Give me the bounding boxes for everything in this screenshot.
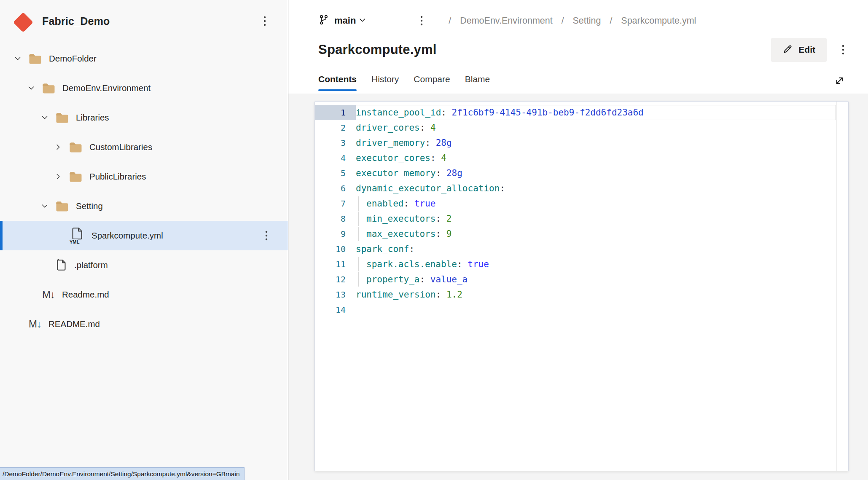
line-number[interactable]: 9: [315, 227, 356, 241]
code-line-13[interactable]: 13runtime_version: 1.2: [315, 287, 836, 302]
code-line-10[interactable]: 10spark_conf:: [315, 241, 836, 257]
file-tree: DemoFolderDemoEnv.EnvironmentLibrariesCu…: [0, 44, 288, 339]
code-line-text: property_a: value_a: [356, 272, 836, 287]
code-line-text: driver_cores: 4: [356, 121, 836, 135]
tree-item-publiclibraries[interactable]: PublicLibraries: [0, 162, 288, 191]
code-line-3[interactable]: 3driver_memory: 28g: [315, 135, 836, 150]
tree-item-more-icon[interactable]: [261, 229, 272, 242]
token-key: enabled: [366, 198, 404, 209]
breadcrumb-item-demoenv-environment[interactable]: DemoEnv.Environment: [460, 16, 552, 26]
token-key: dynamic_executor_allocation: [356, 183, 500, 193]
code-line-6[interactable]: 6dynamic_executor_allocation:: [315, 181, 836, 196]
token-key: spark.acls.enable: [366, 259, 457, 269]
indent-guide: [358, 257, 359, 271]
breadcrumb-item-setting[interactable]: Setting: [573, 16, 601, 26]
tab-contents[interactable]: Contents: [318, 74, 357, 91]
code-line-11[interactable]: 11spark.acls.enable: true: [315, 257, 836, 272]
token-default: :: [436, 290, 446, 300]
code-line-2[interactable]: 2driver_cores: 4: [315, 120, 836, 135]
tree-item-libraries[interactable]: Libraries: [0, 103, 288, 132]
tabs: ContentsHistoryCompareBlame: [318, 74, 490, 91]
tree-item-label: .platform: [74, 260, 108, 270]
token-default: :: [435, 214, 446, 224]
tree-item-label: Readme.md: [62, 290, 109, 300]
line-number[interactable]: 10: [315, 242, 356, 256]
token-number: 9: [446, 229, 452, 239]
line-number[interactable]: 2: [315, 121, 356, 135]
indent-guide: [358, 212, 359, 226]
line-number[interactable]: 11: [315, 257, 356, 271]
chevron-right-icon[interactable]: [53, 172, 63, 182]
indent-guide: [358, 272, 359, 287]
path-more-icon[interactable]: [416, 14, 427, 27]
breadcrumb-item-sparkcompute-yml[interactable]: Sparkcompute.yml: [621, 16, 696, 26]
tree-item-label: DemoEnv.Environment: [62, 83, 150, 93]
tab-blame[interactable]: Blame: [465, 74, 490, 91]
line-number[interactable]: 5: [315, 166, 356, 180]
tree-item-demoenv-environment[interactable]: DemoEnv.Environment: [0, 73, 288, 103]
line-number[interactable]: 4: [315, 151, 356, 165]
svg-text:YML: YML: [70, 239, 80, 244]
file-header: Sparkcompute.yml Edit: [288, 30, 868, 63]
token-string: 2f1c6bf9-4145-491b-beb9-f2dd6fd23a6d: [452, 107, 644, 118]
code-line-4[interactable]: 4executor_cores: 4: [315, 150, 836, 166]
chevron-down-icon[interactable]: [40, 113, 50, 123]
tree-item-customlibraries[interactable]: CustomLibraries: [0, 132, 288, 162]
main-panel: main /DemoEnv.Environment/Setting/Sparkc…: [288, 0, 868, 480]
line-number[interactable]: 7: [315, 196, 356, 211]
token-default: :: [419, 274, 430, 284]
content-canvas: 1instance_pool_id: 2f1c6bf9-4145-491b-be…: [288, 94, 868, 480]
tree-item-readme-md[interactable]: M↓Readme.md: [0, 280, 288, 309]
fullscreen-icon[interactable]: [834, 75, 845, 86]
token-key: spark_conf: [356, 244, 409, 254]
code-line-text: spark.acls.enable: true: [356, 257, 836, 271]
code-line-5[interactable]: 5executor_memory: 28g: [315, 166, 836, 181]
branch-selector[interactable]: main: [318, 14, 366, 27]
code-editor[interactable]: 1instance_pool_id: 2f1c6bf9-4145-491b-be…: [314, 101, 849, 471]
chevron-down-icon[interactable]: [26, 83, 36, 93]
file-more-icon[interactable]: [838, 43, 849, 56]
pencil-icon: [782, 44, 793, 56]
code-line-text: enabled: true: [356, 196, 836, 211]
line-number[interactable]: 3: [315, 136, 356, 150]
line-number[interactable]: 1: [315, 105, 356, 120]
token-number: 2: [446, 214, 452, 224]
token-boolean: true: [468, 259, 489, 269]
token-string: 28g: [446, 168, 462, 178]
chevron-down-icon[interactable]: [13, 54, 23, 64]
editor-scrollbar[interactable]: [836, 102, 848, 471]
code-line-8[interactable]: 8min_executors: 2: [315, 211, 836, 226]
chevron-down-icon[interactable]: [40, 201, 50, 211]
code-line-text: min_executors: 2: [356, 212, 836, 226]
tree-item-label: PublicLibraries: [89, 172, 146, 182]
tab-history[interactable]: History: [371, 74, 399, 91]
code-line-14[interactable]: 14: [315, 302, 836, 317]
code-line-1[interactable]: 1instance_pool_id: 2f1c6bf9-4145-491b-be…: [315, 105, 836, 120]
chevron-right-icon[interactable]: [53, 142, 63, 152]
tree-item-sparkcompute-yml[interactable]: YMLSparkcompute.yml: [0, 221, 288, 250]
repo-more-icon[interactable]: [259, 15, 270, 27]
token-key: driver_memory: [356, 138, 425, 148]
token-key: property_a: [366, 274, 419, 284]
tree-item-demofolder[interactable]: DemoFolder: [0, 44, 288, 73]
code-line-text: driver_memory: 28g: [356, 136, 836, 150]
code-line-7[interactable]: 7enabled: true: [315, 196, 836, 211]
tab-compare[interactable]: Compare: [414, 74, 450, 91]
line-number[interactable]: 6: [315, 181, 356, 196]
tree-item-readme-md[interactable]: M↓README.md: [0, 309, 288, 339]
code-line-9[interactable]: 9max_executors: 9: [315, 226, 836, 241]
line-number[interactable]: 12: [315, 272, 356, 287]
repo-header: Fabric_Demo: [0, 0, 288, 29]
edit-button[interactable]: Edit: [771, 38, 827, 62]
tree-item-setting[interactable]: Setting: [0, 191, 288, 221]
line-number[interactable]: 8: [315, 212, 356, 226]
code-line-12[interactable]: 12property_a: value_a: [315, 272, 836, 287]
token-default: :: [425, 138, 435, 148]
line-number[interactable]: 13: [315, 287, 356, 302]
line-number[interactable]: 14: [315, 303, 356, 317]
folder-icon: [69, 142, 82, 153]
markdown-file-icon: M↓: [42, 289, 55, 300]
token-string: value_a: [430, 274, 468, 284]
tabs-row: ContentsHistoryCompareBlame: [288, 63, 868, 94]
tree-item-platform[interactable]: .platform: [0, 250, 288, 280]
